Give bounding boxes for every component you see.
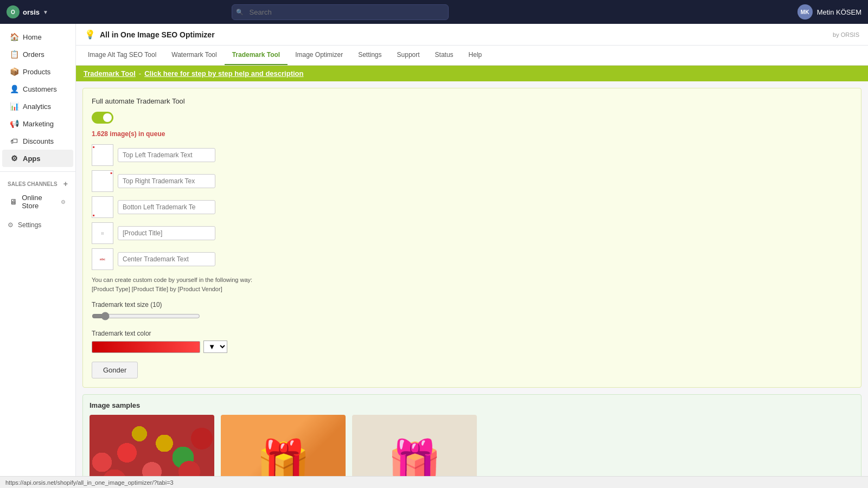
bottom-left-input[interactable] (118, 200, 215, 214)
center-input[interactable] (118, 252, 215, 266)
sidebar-item-label: Apps (23, 155, 41, 163)
sidebar-item-analytics[interactable]: 📊 Analytics (2, 98, 73, 115)
app-by: by ORSIS (833, 31, 859, 38)
user-name: Metin KÖSEM (817, 8, 861, 16)
marketing-icon: 📢 (10, 119, 18, 128)
image-samples-title: Image samples (90, 401, 854, 409)
bulb-icon: 💡 (85, 29, 95, 40)
brand-icon: O (7, 5, 20, 18)
product-title-preview: ||| (92, 222, 113, 244)
product-title-input[interactable] (118, 226, 215, 240)
discounts-icon: 🏷 (10, 137, 18, 145)
add-sales-channel-button[interactable]: + (63, 179, 68, 188)
sidebar-item-home[interactable]: 🏠 Home (2, 28, 73, 46)
search-area (232, 4, 449, 20)
color-row: ▼ (92, 341, 852, 353)
tool-panel: Full automate Trademark Tool 1.628 image… (82, 88, 861, 388)
status-url: https://api.orsis.net/shopify/all_in_one… (5, 479, 174, 486)
submit-button[interactable]: Gonder (92, 362, 138, 378)
tab-watermark[interactable]: Watermark Tool (164, 46, 224, 65)
toggle-row: Full automate Trademark Tool (92, 97, 852, 105)
sidebar-item-customers[interactable]: 👤 Customers (2, 80, 73, 98)
sidebar-item-discounts[interactable]: 🏷 Discounts (2, 132, 73, 150)
automate-toggle[interactable] (92, 112, 113, 124)
sidebar-item-label: Marketing (23, 120, 54, 128)
analytics-icon: 📊 (10, 102, 18, 111)
color-label: Trademark text color (92, 330, 852, 337)
brand[interactable]: O orsis ▼ (7, 5, 48, 18)
app-title: All in One Image SEO Optimizer (100, 30, 215, 39)
trademark-row-top-left: ■ (92, 144, 852, 166)
color-swatch[interactable] (92, 341, 200, 353)
sample-image-gift-green (221, 415, 346, 476)
top-left-input[interactable] (118, 148, 215, 162)
settings-bottom[interactable]: ⚙ Settings (0, 214, 75, 236)
text-size-slider[interactable] (92, 312, 200, 320)
info-banner: Trademark Tool - Click here for step by … (76, 66, 868, 81)
trademark-row-product-title: ||| (92, 222, 852, 244)
sidebar-item-apps[interactable]: ⚙ Apps (2, 150, 73, 167)
main-content: 💡 All in One Image SEO Optimizer by ORSI… (76, 24, 868, 476)
topbar: O orsis ▼ MK Metin KÖSEM (0, 0, 868, 24)
sidebar-item-orders[interactable]: 📋 Orders (2, 46, 73, 63)
sample-image-gift-red (352, 415, 477, 476)
sidebar-item-online-store[interactable]: 🖥 Online Store ⚙ (2, 189, 73, 214)
trademark-row-bottom-left: ■ (92, 196, 852, 218)
sidebar-item-label: Products (23, 68, 50, 76)
banner-help-link[interactable]: Click here for step by step help and des… (144, 69, 303, 78)
center-preview: abc (92, 248, 113, 270)
settings-bottom-icon: ⚙ (8, 221, 14, 229)
app-header: 💡 All in One Image SEO Optimizer by ORSI… (76, 24, 868, 46)
settings-icon[interactable]: ⚙ (61, 199, 66, 205)
trademark-row-top-right: ■ (92, 170, 852, 192)
orders-icon: 📋 (10, 50, 18, 59)
user-menu[interactable]: MK Metin KÖSEM (797, 4, 861, 20)
sidebar-item-label: Customers (23, 85, 57, 93)
brand-chevron-icon: ▼ (43, 9, 48, 15)
search-input[interactable] (232, 4, 449, 20)
avatar: MK (797, 4, 813, 20)
image-grid (90, 415, 854, 476)
tabs-bar: Image Alt Tag SEO Tool Watermark Tool Tr… (76, 46, 868, 66)
products-icon: 📦 (10, 67, 18, 76)
settings-bottom-label: Settings (18, 221, 41, 229)
customers-icon: 👤 (10, 85, 18, 93)
sidebar-item-products[interactable]: 📦 Products (2, 63, 73, 80)
slider-label: Trademark text size (10) (92, 301, 852, 309)
banner-tool-name: Trademark Tool (84, 69, 136, 78)
color-section: Trademark text color ▼ (92, 330, 852, 353)
tab-trademark[interactable]: Trademark Tool (225, 46, 288, 65)
home-icon: 🏠 (10, 33, 18, 41)
sample-image-tomatoes (90, 415, 214, 476)
sidebar-item-marketing[interactable]: 📢 Marketing (2, 115, 73, 132)
trademark-row-center: abc (92, 248, 852, 270)
statusbar: https://api.orsis.net/shopify/all_in_one… (0, 476, 868, 488)
tab-image-optimizer[interactable]: Image Optimizer (288, 46, 350, 65)
sidebar-item-label: Online Store (22, 194, 56, 210)
image-samples-section: Image samples (82, 394, 861, 476)
help-text: You can create custom code by yourself i… (92, 275, 852, 293)
sidebar-item-label: Home (23, 33, 42, 41)
tab-status[interactable]: Status (427, 46, 461, 65)
bottom-left-preview: ■ (92, 196, 113, 218)
tab-help[interactable]: Help (461, 46, 490, 65)
top-right-preview: ■ (92, 170, 113, 192)
tab-alt-tag[interactable]: Image Alt Tag SEO Tool (80, 46, 164, 65)
sidebar: 🏠 Home 📋 Orders 📦 Products 👤 Customers 📊… (0, 24, 76, 476)
queue-label: 1.628 image(s) in queue (92, 130, 852, 138)
slider-section: Trademark text size (10) (92, 301, 852, 322)
tab-support[interactable]: Support (390, 46, 427, 65)
sidebar-item-label: Analytics (23, 102, 51, 111)
top-right-input[interactable] (118, 174, 215, 188)
toggle-label: Full automate Trademark Tool (92, 97, 185, 105)
online-store-icon: 🖥 (10, 197, 17, 206)
sidebar-item-label: Orders (23, 50, 44, 59)
apps-icon: ⚙ (10, 154, 18, 163)
sales-channels-label: SALES CHANNELS + (0, 176, 75, 189)
sidebar-item-label: Discounts (23, 137, 54, 145)
color-dropdown[interactable]: ▼ (203, 341, 227, 353)
top-left-preview: ■ (92, 144, 113, 166)
tab-settings[interactable]: Settings (350, 46, 389, 65)
